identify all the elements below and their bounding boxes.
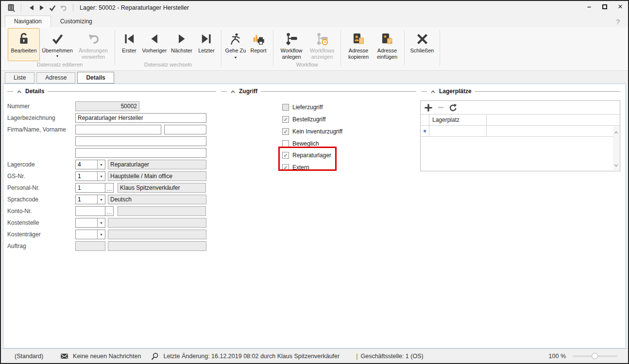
checkbox-bestellzugriff[interactable]: ✓ Bestellzugriff xyxy=(282,116,325,123)
checkbox-box[interactable]: ✓ xyxy=(282,116,289,123)
column-header-empty xyxy=(487,115,620,125)
chevron-down-icon[interactable]: ▾ xyxy=(56,54,58,58)
add-row-button[interactable] xyxy=(424,103,433,113)
field-row-sprachcode: Sprachcode 1▾ Deutsch xyxy=(7,195,206,204)
kostenstelle-text-field xyxy=(108,218,206,228)
gehe-zu-button[interactable]: Gehe Zu ▾ xyxy=(224,28,247,61)
checkbox-lieferzugriff[interactable]: Lieferzugriff xyxy=(282,103,323,111)
lagercode-combo[interactable]: 4▾ xyxy=(75,160,105,169)
chevron-down-icon[interactable]: ▾ xyxy=(97,160,105,169)
messages-label: Keine neuen Nachrichten xyxy=(73,353,141,360)
apply-check-icon[interactable] xyxy=(47,3,58,13)
details-panel: Details Zugriff Lagerplätze Nummer 50002… xyxy=(3,83,626,348)
scroll-up-icon[interactable] xyxy=(614,127,618,136)
schliessen-button[interactable]: Schließen xyxy=(408,28,437,61)
name-zeile3-field[interactable] xyxy=(75,148,206,158)
adresse-kopieren-button[interactable]: Adresse kopieren xyxy=(344,28,373,61)
maximize-button[interactable] xyxy=(597,2,612,11)
minimize-button[interactable]: – xyxy=(581,2,597,11)
firma-name-field[interactable] xyxy=(75,125,161,134)
empty-cell[interactable] xyxy=(487,126,620,136)
chevron-down-icon[interactable]: ▾ xyxy=(97,195,105,204)
ribbon: Bearbeiten Übernehmen ▾ Änderungen verwe… xyxy=(1,27,628,71)
uebernehmen-button[interactable]: Übernehmen ▾ xyxy=(40,28,75,61)
report-button[interactable]: Report xyxy=(247,28,270,61)
chevron-down-icon[interactable]: ▾ xyxy=(97,230,105,239)
chevron-up-icon[interactable] xyxy=(230,87,236,96)
ribbon-group-label: Datensatz editieren xyxy=(8,61,112,69)
button-label: Nächster xyxy=(171,48,192,54)
tab-adresse[interactable]: Adresse xyxy=(36,72,75,83)
vorname-field[interactable] xyxy=(164,125,206,134)
forward-icon[interactable] xyxy=(36,3,47,13)
kostentraeger-combo[interactable]: ▾ xyxy=(75,230,105,239)
checkbox-box[interactable]: ✓ xyxy=(282,128,289,135)
previous-icon xyxy=(148,31,161,47)
tab-navigation[interactable]: Navigation xyxy=(5,16,51,27)
lagerbezeichnung-field[interactable]: Reparaturlager Hersteller xyxy=(75,113,206,123)
ribbon-group-adresse: Adresse kopieren Adresse einfügen xyxy=(344,28,401,70)
address-paste-icon xyxy=(380,31,394,47)
remove-row-button[interactable] xyxy=(436,103,445,113)
undo-icon xyxy=(87,31,100,47)
zoom-slider[interactable] xyxy=(573,355,617,357)
mail-icon[interactable] xyxy=(60,352,69,360)
gs-nr-combo[interactable]: 1▾ xyxy=(75,171,105,181)
divider xyxy=(7,91,13,92)
skip-first-icon xyxy=(123,31,136,47)
refresh-button[interactable] xyxy=(448,103,458,113)
tab-customizing[interactable]: Customizing xyxy=(51,16,102,27)
checkbox-kein-inventurzugriff[interactable]: ✓ Kein Inventurzugriff xyxy=(282,128,342,135)
personal-nr-lookup-button[interactable]: … xyxy=(105,183,114,193)
go-to-icon xyxy=(229,31,242,47)
unlock-icon xyxy=(17,31,31,47)
workflow-anlegen-button[interactable]: Workflow anlegen xyxy=(276,28,306,61)
chevron-down-icon[interactable]: ▾ xyxy=(97,172,105,181)
adresse-einfuegen-button[interactable]: Adresse einfügen xyxy=(373,28,401,61)
column-header-lagerplatz[interactable]: Lagerplatz xyxy=(429,115,487,125)
konto-nr-field[interactable] xyxy=(75,206,105,216)
new-row-asterisk: * xyxy=(423,131,426,135)
scroll-down-icon[interactable] xyxy=(614,160,618,169)
table-new-row[interactable]: * xyxy=(421,126,620,137)
chevron-up-icon[interactable] xyxy=(430,87,436,96)
help-icon[interactable]: ? xyxy=(616,17,620,26)
name-zeile2-field[interactable] xyxy=(75,136,206,146)
button-label: Schließen xyxy=(410,48,434,54)
back-icon[interactable] xyxy=(26,3,36,13)
tab-details[interactable]: Details xyxy=(77,72,114,83)
chevron-up-icon[interactable] xyxy=(17,87,22,96)
report-icon xyxy=(252,31,265,47)
search-icon[interactable] xyxy=(151,352,159,361)
sprachcode-combo[interactable]: 1▾ xyxy=(75,195,105,204)
ribbon-group-datensatz-wechseln: Erster Vorheriger Nächster xyxy=(118,28,218,70)
chevron-down-icon[interactable]: ▾ xyxy=(97,218,105,227)
title-bar: Lager: 50002 - Reparaturlager Hersteller… xyxy=(1,1,628,15)
lagerplatz-cell[interactable] xyxy=(429,126,487,136)
checkbox-box[interactable] xyxy=(282,140,289,147)
bearbeiten-button[interactable]: Bearbeiten xyxy=(8,28,40,61)
aenderungen-verwerfen-button[interactable]: Änderungen verwerfen xyxy=(75,28,112,61)
close-button[interactable]: × xyxy=(612,2,628,11)
kostentraeger-text-field xyxy=(108,230,206,239)
scrollbar[interactable] xyxy=(613,126,619,170)
auftrag-text-field xyxy=(108,241,206,251)
kostenstelle-combo[interactable]: ▾ xyxy=(75,218,105,228)
erster-button[interactable]: Erster xyxy=(118,28,140,61)
zoom-slider-thumb[interactable] xyxy=(592,353,598,359)
field-row-personal-nr: Personal-Nr. 1 … Klaus Spitzenverkäufer xyxy=(7,183,206,193)
divider xyxy=(221,91,227,92)
naechster-button[interactable]: Nächster xyxy=(169,28,195,61)
vorheriger-button[interactable]: Vorheriger xyxy=(140,28,169,61)
workflows-anzeigen-button[interactable]: Workflows anzeigen xyxy=(306,28,338,61)
undo-icon[interactable] xyxy=(58,3,68,13)
personal-nr-field[interactable]: 1 xyxy=(75,183,105,193)
nummer-field[interactable]: 50002 xyxy=(75,101,139,111)
konto-nr-lookup-button[interactable]: … xyxy=(105,206,114,216)
letzter-button[interactable]: Letzter xyxy=(195,28,218,61)
tab-liste[interactable]: Liste xyxy=(5,72,34,83)
checkbox-box[interactable] xyxy=(282,104,289,111)
gs-nr-text-field: Hauptstelle / Main office xyxy=(108,171,206,181)
next-icon xyxy=(175,31,188,47)
ribbon-separator xyxy=(440,30,440,66)
